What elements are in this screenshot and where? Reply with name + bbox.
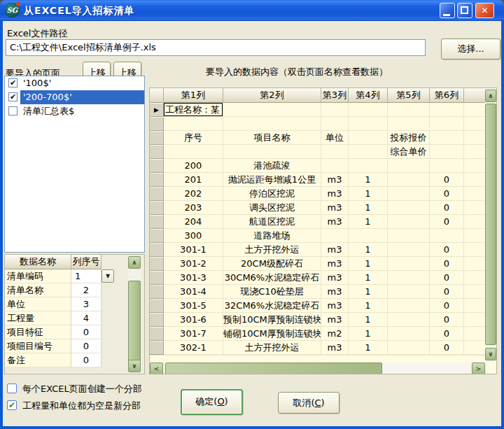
grid-cell[interactable] [388, 327, 430, 341]
grid-cell[interactable]: m2 [321, 327, 349, 341]
grid-cell[interactable] [349, 145, 388, 159]
grid-cell[interactable]: 0 [430, 201, 464, 215]
grid-cell[interactable]: m3 [321, 313, 349, 327]
sheet-checkbox[interactable]: ✔ [8, 78, 18, 87]
grid-cell[interactable]: 单位 [321, 131, 349, 145]
grid-cell[interactable]: 0 [430, 257, 464, 271]
grid-cell-extra[interactable] [464, 271, 486, 285]
grid-cell[interactable]: 20CM级配碎石 [223, 257, 321, 271]
maximize-button[interactable] [457, 3, 472, 18]
grid-cell[interactable] [388, 159, 430, 173]
grid-cell[interactable]: 0 [430, 341, 464, 355]
grid-cell-extra[interactable] [464, 187, 486, 201]
grid-cell[interactable]: 港池疏浚 [223, 159, 321, 173]
grid-cell[interactable] [223, 145, 321, 159]
scroll-right-icon[interactable]: > [472, 363, 485, 374]
grid-cell[interactable]: 301-4 [164, 285, 223, 299]
grid-cell[interactable]: 301-6 [164, 313, 223, 327]
grid-header-col4[interactable]: 第4列 [349, 88, 388, 103]
grid-cell[interactable]: m3 [321, 173, 349, 187]
grid-cell-extra[interactable] [464, 229, 486, 243]
grid-cell[interactable] [388, 117, 430, 131]
grid-cell[interactable]: 302-1 [164, 341, 223, 355]
scrollbar-thumb[interactable] [165, 363, 382, 374]
grid-cell[interactable]: 200 [164, 159, 223, 173]
grid-cell[interactable]: 铺砌10CM厚预制连锁块（含 [223, 327, 321, 341]
grid-cell[interactable] [388, 215, 430, 229]
grid-cell-extra[interactable] [464, 215, 486, 229]
file-path-input[interactable]: C:\工程文件\Excel招标清单例子.xls [6, 39, 426, 56]
grid-cell[interactable]: m3 [321, 243, 349, 257]
scroll-up-icon[interactable]: ∧ [485, 90, 496, 102]
mapping-col-value[interactable]: 3 [71, 297, 102, 311]
grid-header-col6[interactable]: 第6列 [430, 88, 464, 103]
mapping-col-value[interactable]: 0 [71, 325, 102, 339]
mapping-col-value[interactable]: 4 [71, 311, 102, 325]
grid-cell[interactable] [349, 103, 388, 117]
browse-button[interactable]: 选择... [441, 38, 500, 59]
grid-cell[interactable] [430, 117, 464, 131]
mapping-col-value[interactable]: 2 [71, 283, 102, 297]
grid-cell[interactable]: 工程名称：某 [164, 103, 223, 117]
grid-cell[interactable]: 预制10CM厚预制连锁块C60 [223, 313, 321, 327]
grid-cell[interactable] [349, 229, 388, 243]
grid-cell[interactable] [349, 159, 388, 173]
grid-cell[interactable]: 0 [430, 271, 464, 285]
grid-cell[interactable]: 0 [430, 173, 464, 187]
grid-cell[interactable] [223, 103, 321, 117]
grid-cell-extra[interactable] [464, 299, 486, 313]
grid-cell[interactable] [321, 145, 349, 159]
grid-cell[interactable]: 204 [164, 215, 223, 229]
grid-cell[interactable]: m3 [321, 341, 349, 355]
grid-cell[interactable]: m3 [321, 271, 349, 285]
grid-cell[interactable] [430, 229, 464, 243]
grid-cell[interactable]: 综合单价 [388, 145, 430, 159]
grid-cell[interactable]: 301-5 [164, 299, 223, 313]
grid-cell[interactable]: 30CM6%水泥稳定碎石 [223, 271, 321, 285]
grid-cell-extra[interactable] [464, 327, 486, 341]
grid-cell[interactable] [223, 117, 321, 131]
grid-cell[interactable]: 0 [430, 327, 464, 341]
create-section-per-page-checkbox[interactable] [7, 384, 17, 393]
mapping-header-data-name[interactable]: 数据名称 [5, 255, 71, 269]
grid-cell[interactable]: 序号 [164, 131, 223, 145]
mapping-col-value[interactable]: 0 [71, 339, 102, 353]
grid-cell[interactable]: 1 [349, 201, 388, 215]
sheet-checkbox[interactable] [8, 106, 18, 115]
grid-cell[interactable] [388, 243, 430, 257]
grid-cell-extra[interactable] [464, 243, 486, 257]
grid-cell[interactable] [430, 159, 464, 173]
grid-cell[interactable] [388, 229, 430, 243]
sheet-list-item[interactable]: ✔'200-700$' [5, 90, 144, 104]
grid-cell[interactable] [321, 103, 349, 117]
grid-cell-extra[interactable] [464, 103, 486, 117]
mapping-header-col-index[interactable]: 列序号 [71, 255, 102, 269]
grid-cell[interactable]: 1 [349, 313, 388, 327]
grid-cell-extra[interactable] [464, 117, 486, 131]
scrollbar-thumb[interactable] [128, 281, 141, 362]
grid-cell[interactable]: 301-7 [164, 327, 223, 341]
grid-cell[interactable]: 1 [349, 299, 388, 313]
grid-cell[interactable]: 0 [430, 299, 464, 313]
empty-qty-unit-new-section-checkbox[interactable]: ✔ [7, 400, 17, 410]
grid-cell[interactable]: m3 [321, 201, 349, 215]
grid-cell[interactable]: 0 [430, 187, 464, 201]
grid-cell[interactable]: 1 [349, 257, 388, 271]
grid-header-col2[interactable]: 第2列 [223, 88, 321, 103]
grid-cell-extra[interactable] [464, 313, 486, 327]
grid-cell[interactable]: 1 [349, 285, 388, 299]
mapping-col-value[interactable]: 0 [71, 353, 102, 367]
grid-cell[interactable]: 项目名称 [223, 131, 321, 145]
grid-cell[interactable] [388, 271, 430, 285]
grid-cell-extra[interactable] [464, 131, 486, 145]
grid-header-col1[interactable]: 第1列 [164, 88, 223, 103]
grid-cell[interactable]: 301-3 [164, 271, 223, 285]
grid-cell[interactable]: 投标报价 [388, 131, 430, 145]
grid-cell[interactable]: 土方开挖外运 [223, 243, 321, 257]
grid-cell[interactable] [164, 145, 223, 159]
grid-cell[interactable]: 调头区挖泥 [223, 201, 321, 215]
grid-cell[interactable]: 300 [164, 229, 223, 243]
grid-cell-extra[interactable] [464, 159, 486, 173]
grid-cell[interactable]: 301-2 [164, 257, 223, 271]
scroll-left-icon[interactable]: < [150, 363, 163, 374]
